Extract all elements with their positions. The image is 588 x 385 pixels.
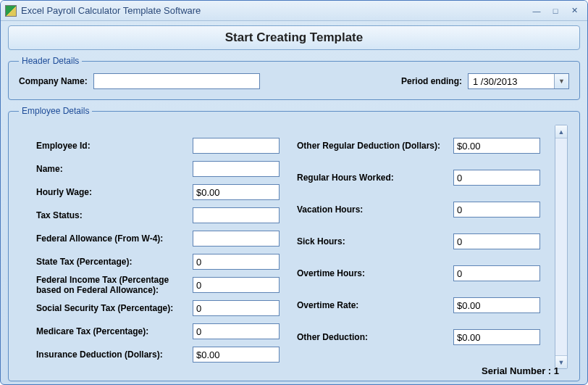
social-security-label: Social Security Tax (Percentage): (36, 303, 187, 313)
overtime-hours-label: Overtime Hours: (297, 268, 448, 278)
app-window: Excel Payroll Calculator Template Softwa… (0, 0, 588, 385)
federal-allowance-input[interactable] (193, 231, 280, 247)
federal-income-tax-input[interactable] (193, 277, 280, 293)
close-button[interactable]: ✕ (566, 4, 583, 17)
overtime-rate-input[interactable] (453, 297, 540, 313)
other-deduction-label: Other Deduction: (297, 332, 448, 342)
hourly-wage-input[interactable] (193, 184, 280, 200)
chevron-down-icon[interactable]: ▼ (554, 74, 568, 88)
hourly-wage-label: Hourly Wage: (36, 187, 187, 197)
federal-allowance-label: Federal Allowance (From W-4): (36, 233, 187, 244)
employee-left-column: Employee Id: Name: Hourly Wage: (36, 135, 280, 365)
employee-id-input[interactable] (193, 138, 280, 154)
social-security-input[interactable] (193, 300, 280, 316)
window-controls: — □ ✕ (528, 4, 583, 17)
employee-details-legend: Employee Details (19, 106, 92, 116)
name-label: Name: (36, 164, 187, 174)
start-creating-template-button[interactable]: Start Creating Template (8, 25, 580, 50)
app-icon (5, 5, 17, 17)
maximize-button[interactable]: □ (547, 4, 564, 17)
regular-hours-input[interactable] (453, 170, 540, 186)
insurance-deduction-input[interactable] (193, 347, 280, 363)
header-details-legend: Header Details (19, 56, 82, 66)
header-details-group: Header Details Company Name: Period endi… (8, 56, 580, 100)
employee-details-group: Employee Details Employee Id: Name: (8, 106, 580, 381)
client-area: Start Creating Template Header Details C… (1, 21, 587, 385)
state-tax-label: State Tax (Percentage): (36, 257, 187, 267)
sick-hours-input[interactable] (453, 233, 540, 249)
tax-status-input[interactable] (193, 207, 280, 223)
period-ending-value: 1 /30/2013 (469, 74, 554, 88)
other-regular-deduction-label: Other Regular Deduction (Dollars): (297, 141, 448, 151)
overtime-hours-input[interactable] (453, 265, 540, 281)
other-deduction-input[interactable] (453, 329, 540, 345)
name-input[interactable] (193, 161, 280, 177)
overtime-rate-label: Overtime Rate: (297, 300, 448, 310)
window-title: Excel Payroll Calculator Template Softwa… (21, 5, 528, 16)
regular-hours-label: Regular Hours Worked: (297, 173, 448, 183)
company-name-label: Company Name: (19, 76, 88, 86)
insurance-deduction-label: Insurance Deduction (Dollars): (36, 349, 187, 360)
medicare-input[interactable] (193, 323, 280, 339)
federal-income-tax-label: Federal Income Tax (Percentage based on … (36, 275, 187, 296)
serial-number-label: Serial Number : 1 (482, 365, 559, 376)
vacation-hours-input[interactable] (453, 202, 540, 218)
employee-id-label: Employee Id: (36, 141, 187, 151)
titlebar[interactable]: Excel Payroll Calculator Template Softwa… (1, 1, 587, 21)
tax-status-label: Tax Status: (36, 210, 187, 220)
scroll-up-icon[interactable]: ▲ (555, 125, 567, 138)
vacation-hours-label: Vacation Hours: (297, 204, 448, 215)
vertical-scrollbar[interactable]: ▲ ▼ (555, 125, 568, 369)
scroll-track[interactable] (555, 138, 567, 355)
minimize-button[interactable]: — (528, 4, 545, 17)
state-tax-input[interactable] (193, 254, 280, 270)
period-ending-label: Period ending: (401, 76, 462, 86)
company-name-input[interactable] (93, 73, 260, 89)
sick-hours-label: Sick Hours: (297, 236, 448, 247)
medicare-label: Medicare Tax (Percentage): (36, 326, 187, 336)
employee-right-column: Other Regular Deduction (Dollars): Regul… (297, 135, 540, 365)
period-ending-picker[interactable]: 1 /30/2013 ▼ (468, 73, 569, 89)
other-regular-deduction-input[interactable] (453, 138, 540, 154)
